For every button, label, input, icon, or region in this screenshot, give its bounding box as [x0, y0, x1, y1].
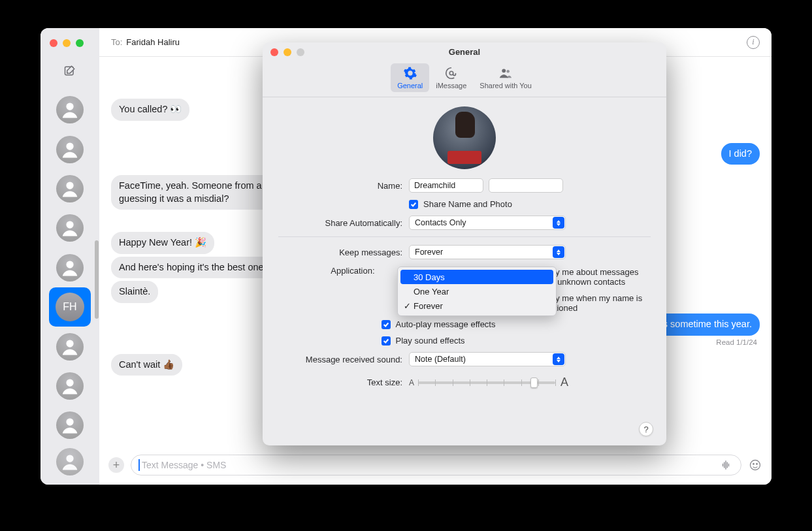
- keep-messages-menu: 30 Days One Year ✓Forever: [397, 266, 557, 316]
- conversation-item-selected[interactable]: FH: [49, 287, 91, 327]
- menu-item-forever[interactable]: ✓Forever: [400, 298, 553, 313]
- avatar-icon: [56, 333, 84, 361]
- svg-point-3: [66, 182, 73, 189]
- text-cursor: [138, 459, 140, 471]
- conversation-item[interactable]: [49, 248, 91, 287]
- sound-effects-checkbox[interactable]: [382, 336, 391, 346]
- gear-icon: [403, 66, 417, 80]
- prefs-close-dot[interactable]: [270, 48, 278, 56]
- tab-shared[interactable]: Shared with You: [473, 63, 538, 92]
- preferences-window: General General iMessage Shared with You: [263, 42, 666, 445]
- avatar-icon: [56, 136, 84, 163]
- menu-item-one-year[interactable]: One Year: [400, 284, 553, 298]
- conversation-item[interactable]: [49, 406, 91, 445]
- svg-point-1: [66, 103, 73, 110]
- avatar-icon: [56, 175, 84, 202]
- tab-general-label: General: [397, 82, 423, 89]
- check-icon: ✓: [404, 301, 411, 311]
- sidebar-scrollbar[interactable]: [94, 240, 99, 345]
- tab-shared-label: Shared with You: [479, 82, 532, 89]
- message-bubble-outgoing: I did?: [721, 143, 760, 165]
- autoplay-checkbox[interactable]: [382, 320, 391, 329]
- keep-messages-select[interactable]: Forever: [409, 245, 566, 259]
- divider: [278, 236, 651, 237]
- svg-point-2: [66, 142, 73, 150]
- tab-imessage-label: iMessage: [436, 82, 466, 89]
- text-size-large-a: A: [560, 376, 568, 389]
- slider-thumb[interactable]: [530, 378, 538, 388]
- message-input-placeholder: Text Message • SMS: [142, 460, 226, 470]
- svg-point-14: [506, 70, 510, 73]
- conversation-item[interactable]: [49, 208, 91, 248]
- conversation-item[interactable]: [49, 327, 91, 366]
- prefs-title: General: [449, 47, 480, 57]
- text-size-slider[interactable]: [418, 381, 555, 384]
- help-button[interactable]: ?: [639, 422, 653, 436]
- tab-general[interactable]: General: [391, 63, 429, 92]
- message-input[interactable]: Text Message • SMS: [131, 455, 741, 475]
- close-dot[interactable]: [50, 39, 57, 47]
- conversation-list: FH: [41, 90, 99, 485]
- minimize-dot[interactable]: [63, 39, 71, 47]
- avatar-icon: [56, 411, 84, 439]
- autoplay-label: Auto-play message effects: [396, 319, 496, 329]
- svg-point-9: [66, 455, 73, 462]
- avatar-icon: [56, 96, 84, 123]
- avatar-initials: FH: [56, 293, 84, 321]
- avatar-icon: [56, 254, 84, 282]
- to-value: Faridah Haliru: [126, 37, 180, 47]
- share-name-photo-label: Share Name and Photo: [423, 199, 512, 209]
- sound-label: Message received sound:: [278, 355, 409, 364]
- profile-photo[interactable]: [433, 106, 496, 169]
- svg-point-8: [66, 419, 73, 426]
- application-label: Application:: [278, 266, 382, 276]
- emoji-picker-icon[interactable]: [748, 458, 762, 472]
- people-icon: [498, 66, 513, 80]
- svg-point-4: [66, 221, 73, 229]
- avatar-icon: [56, 448, 84, 475]
- share-name-photo-checkbox[interactable]: [409, 200, 418, 209]
- avatar-icon: [56, 372, 84, 400]
- sound-select[interactable]: Note (Default): [409, 352, 566, 366]
- conversation-item[interactable]: [49, 129, 91, 169]
- message-bubble-incoming: Slaintè.: [111, 281, 158, 303]
- compose-bar: + Text Message • SMS: [99, 452, 771, 485]
- conversation-item[interactable]: [49, 366, 91, 406]
- last-name-input[interactable]: [489, 178, 563, 193]
- sidebar: FH: [41, 28, 99, 485]
- svg-point-12: [756, 464, 758, 465]
- message-bubble-incoming: Happy New Year! 🎉: [111, 232, 214, 254]
- messages-app-window: FH To: Faridah Haliru i You called? 👀 I …: [41, 28, 771, 485]
- svg-point-5: [66, 261, 73, 268]
- at-icon: [444, 66, 459, 80]
- prefs-traffic-lights: [270, 48, 304, 56]
- main-pane: To: Faridah Haliru i You called? 👀 I did…: [99, 28, 771, 485]
- sound-effects-label: Play sound effects: [396, 336, 465, 346]
- tab-imessage[interactable]: iMessage: [429, 63, 473, 92]
- voice-memo-icon[interactable]: [719, 458, 733, 472]
- name-label: Name:: [278, 181, 409, 191]
- share-auto-label: Share Automatically:: [278, 218, 409, 228]
- message-bubble-incoming: Can't wait 👍🏾: [111, 354, 182, 376]
- sound-value: Note (Default): [415, 355, 466, 364]
- compose-icon[interactable]: [63, 64, 76, 77]
- share-auto-value: Contacts Only: [415, 218, 466, 227]
- conversation-item[interactable]: [49, 169, 91, 208]
- message-bubble-incoming: You called? 👀: [111, 99, 189, 121]
- details-info-button[interactable]: i: [747, 36, 760, 49]
- share-auto-select[interactable]: Contacts Only: [409, 216, 566, 230]
- keep-messages-label: Keep messages:: [278, 248, 409, 257]
- prefs-maximize-dot: [297, 48, 304, 56]
- conversation-item[interactable]: [49, 445, 91, 485]
- text-size-small-a: A: [409, 378, 414, 387]
- menu-item-30-days[interactable]: 30 Days: [400, 270, 553, 284]
- svg-point-13: [502, 69, 506, 72]
- text-size-label: Text size:: [278, 378, 409, 387]
- conversation-item[interactable]: [49, 90, 91, 129]
- svg-point-11: [753, 464, 755, 465]
- prefs-titlebar: General: [263, 42, 666, 61]
- maximize-dot[interactable]: [76, 39, 84, 47]
- apps-plus-button[interactable]: +: [108, 457, 124, 473]
- first-name-input[interactable]: Dreamchild: [409, 178, 483, 193]
- prefs-minimize-dot[interactable]: [284, 48, 291, 56]
